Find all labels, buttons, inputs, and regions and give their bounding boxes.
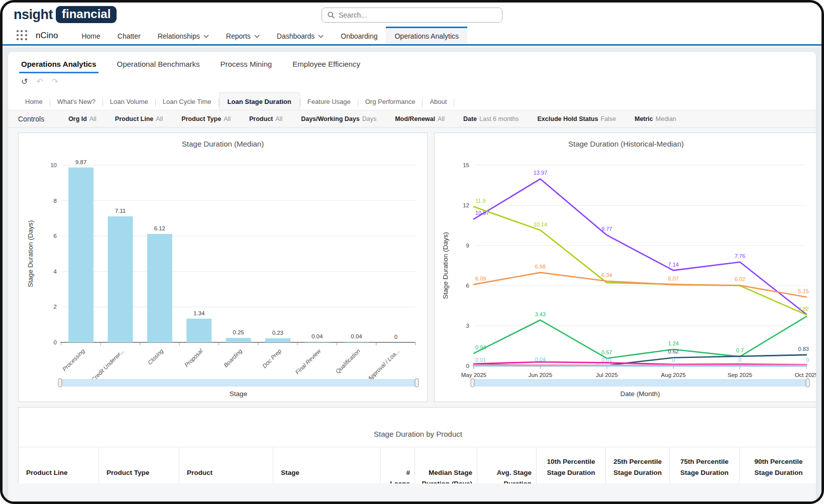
filter-value: All [89, 115, 96, 122]
dashboard-tab-org-performance[interactable]: Org Performance [358, 94, 423, 110]
slider-handle-right[interactable] [415, 379, 419, 387]
bar-final-review[interactable] [304, 342, 330, 342]
series-orange-value-label: 6.02 [735, 276, 745, 282]
column-header-90th-percentile-stage-duration[interactable]: 90th PercentileStage Duration [740, 447, 816, 483]
bar-credit-underwr[interactable] [108, 216, 133, 342]
column-header-text: Stage Duration [675, 467, 734, 478]
series-green-value-label: 0.94 [475, 344, 486, 350]
dashboard-tab-about[interactable]: About [423, 94, 454, 110]
filter-mod-renewal[interactable]: Mod/RenewalAll [395, 115, 445, 122]
tab-employee-efficiency[interactable]: Employee Efficiency [290, 55, 362, 73]
filter-label: Days/Working Days [301, 115, 359, 122]
column-header-text: # Loans [386, 467, 410, 483]
series-green-value-label: 0.57 [601, 349, 612, 355]
search-input[interactable] [339, 11, 496, 19]
dashboard-tab-loan-volume[interactable]: Loan Volume [103, 94, 155, 110]
column-header-median-stage-duration-days[interactable]: Median StageDuration (Days) [415, 447, 477, 483]
filter-product-line[interactable]: Product LineAll [115, 115, 163, 122]
nav-item-label: Dashboards [277, 32, 315, 40]
bar-processing[interactable] [68, 168, 93, 342]
nav-item-reports[interactable]: Reports [218, 27, 268, 44]
chevron-down-icon [254, 35, 260, 38]
filter-days-working-days[interactable]: Days/Working DaysDays [301, 115, 376, 122]
filter-product-type[interactable]: Product TypeAll [181, 115, 231, 122]
tab-process-mining[interactable]: Process Mining [219, 55, 274, 73]
bar-qualification[interactable] [344, 342, 369, 342]
dashboard-tab-feature-usage[interactable]: Feature Usage [300, 94, 358, 110]
series-yellow-green-line[interactable] [474, 207, 806, 315]
series-pink-line[interactable] [474, 365, 806, 365]
x-tick-label: Oct 2025 [795, 372, 816, 378]
column-header-product-type[interactable]: Product Type [99, 447, 179, 483]
column-header-stage[interactable]: Stage [273, 447, 381, 483]
column-header-loans[interactable]: # Loans [381, 447, 415, 483]
series-light-blue-value-label: 0 [739, 357, 742, 363]
filter-metric[interactable]: MetricMedian [635, 115, 676, 122]
series-orange-value-label: 6.07 [668, 276, 678, 282]
series-green-line[interactable] [474, 316, 806, 358]
nav-item-dashboards[interactable]: Dashboards [268, 27, 333, 44]
bar-proposal[interactable] [186, 319, 212, 342]
column-header-avg-stage-duration-days[interactable]: Avg. StageDuration (Days) [477, 447, 537, 483]
global-search[interactable] [322, 8, 502, 23]
dashboard-tab-home[interactable]: Home [18, 94, 50, 110]
column-header-product-line[interactable]: Product Line [19, 447, 99, 483]
x-tick-label: Jul 2025 [596, 372, 617, 378]
nav-item-home[interactable]: Home [73, 27, 109, 44]
reset-icon[interactable]: ↺ [21, 78, 28, 86]
bar-doc-prep[interactable] [265, 338, 290, 342]
slider-handle-left[interactable] [471, 379, 474, 387]
filter-label: Product [249, 115, 273, 122]
series-dark-navy-value-label: 0.83 [798, 346, 809, 352]
y-tick-label: 9 [466, 242, 469, 248]
redo-icon[interactable]: ↷ [52, 78, 58, 86]
filter-exclude-hold-status[interactable]: Exclude Hold StatusFalse [538, 115, 616, 122]
column-header-25th-percentile-stage-duration[interactable]: 25th PercentileStage Duration [606, 447, 670, 483]
column-header-10th-percentile-stage-duration[interactable]: 10th PercentileStage Duration [537, 447, 606, 483]
nav-item-label: Chatter [118, 32, 141, 40]
nav-item-operations-analytics[interactable]: Operations Analytics [386, 27, 467, 44]
tab-operational-benchmarks[interactable]: Operational Benchmarks [115, 55, 202, 73]
filter-value: All [438, 115, 445, 122]
category-label: Qualification [335, 348, 361, 374]
nav-item-label: Reports [226, 32, 251, 40]
category-label: Boarding [223, 348, 243, 368]
filter-value: Days [362, 115, 376, 122]
slider-handle-left[interactable] [58, 379, 62, 387]
nav-item-relationships[interactable]: Relationships [149, 27, 218, 44]
line-chart-range-slider[interactable] [471, 379, 809, 387]
nav-item-chatter[interactable]: Chatter [109, 27, 149, 44]
bar-value-label: 6.12 [154, 225, 165, 231]
category-label: Doc Prep [261, 348, 283, 369]
table-panel: Stage Duration by Product Product LinePr… [18, 407, 816, 483]
series-purple-value-label: 13.97 [534, 170, 548, 176]
nav-item-onboarding[interactable]: Onboarding [332, 27, 386, 44]
tab-operations-analytics[interactable]: Operations Analytics [19, 55, 98, 73]
y-tick-label: 4 [54, 269, 57, 275]
dashboard-tab-what-s-new[interactable]: What's New? [50, 94, 102, 110]
app-launcher-icon[interactable] [17, 30, 28, 41]
bar-boarding[interactable] [226, 338, 251, 342]
filter-value: All [224, 115, 231, 122]
column-header-75th-percentile-stage-duration[interactable]: 75th PercentileStage Duration [670, 447, 740, 483]
dashboard-tab-loan-cycle-time[interactable]: Loan Cycle Time [156, 94, 219, 110]
slider-handle-right[interactable] [806, 379, 809, 387]
search-icon [328, 12, 335, 19]
undo-icon[interactable]: ↶ [36, 78, 43, 86]
series-magenta-line[interactable] [474, 362, 806, 364]
bar-chart-panel: Stage Duration (Median) 02468109.87Proce… [18, 133, 428, 402]
bar-value-label: 0.23 [272, 330, 283, 336]
series-purple-line[interactable] [474, 179, 806, 314]
bar-closing[interactable] [147, 234, 172, 342]
filter-org-id[interactable]: Org IdAll [68, 115, 96, 122]
column-header-product[interactable]: Product [179, 447, 273, 483]
series-purple-value-label: 7.76 [735, 253, 745, 259]
dashboard-tab-loan-stage-duration[interactable]: Loan Stage Duration [219, 92, 300, 110]
filter-product[interactable]: ProductAll [249, 115, 282, 122]
series-green-value-label: 0.7 [736, 347, 744, 353]
x-tick-label: Sep 2025 [728, 372, 752, 378]
filter-date[interactable]: DateLast 6 months [463, 115, 519, 122]
filter-label: Product Type [181, 115, 221, 122]
y-axis-title: Stage Duration (Days) [27, 220, 34, 288]
bar-chart-range-slider[interactable] [59, 379, 418, 387]
